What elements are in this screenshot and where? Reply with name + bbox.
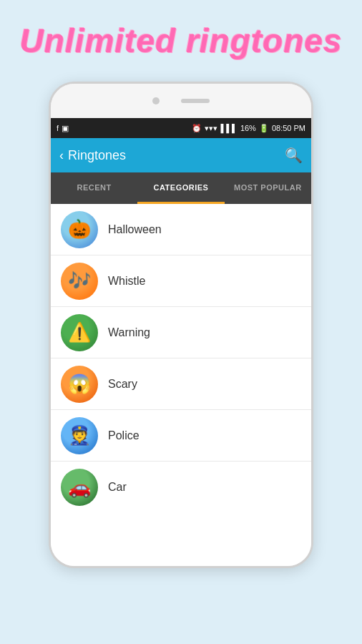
label-whistle: Whistle (108, 275, 145, 288)
power-button (312, 155, 313, 173)
phone-camera (152, 97, 160, 104)
phone-bezel-top (51, 84, 311, 118)
tabs-bar: RECENT CATEGORIES MOST POPULAR (51, 172, 311, 204)
phone-speaker (181, 99, 210, 103)
back-button[interactable]: ‹ (59, 148, 64, 163)
app-tagline: Unlimited ringtones (0, 21, 362, 60)
search-button[interactable]: 🔍 (285, 147, 303, 164)
avatar-car: 🚗 (61, 469, 98, 506)
avatar-scary: 😱 (61, 366, 98, 403)
phone-frame: f ▣ ⏰ ▾▾▾ ▌▌▌ 16% 🔋 08:50 PM ‹ Ringtones… (49, 82, 313, 568)
list-item-whistle[interactable]: 🎶Whistle (51, 255, 311, 307)
tab-categories[interactable]: CATEGORIES (137, 172, 224, 204)
app-bar: ‹ Ringtones 🔍 (51, 138, 311, 172)
status-left-icons: f ▣ (57, 124, 69, 133)
tab-recent[interactable]: RECENT (51, 172, 137, 204)
list-item-halloween[interactable]: 🎃Halloween (51, 204, 311, 255)
tab-most-popular[interactable]: MOST POPULAR (225, 172, 311, 204)
volume-button (49, 141, 50, 162)
label-scary: Scary (108, 378, 137, 391)
avatar-warning: ⚠️ (61, 314, 98, 351)
screen-title: Ringtones (68, 148, 126, 163)
list-item-warning[interactable]: ⚠️Warning (51, 307, 311, 358)
media-icon: ▣ (62, 124, 69, 133)
clock: 08:50 PM (272, 124, 305, 132)
label-halloween: Halloween (108, 223, 162, 236)
signal-icon: ▌▌▌ (220, 124, 237, 132)
alarm-icon: ⏰ (192, 124, 202, 133)
wifi-icon: ▾▾▾ (205, 124, 217, 133)
list-item-scary[interactable]: 😱Scary (51, 358, 311, 410)
battery-icon: 🔋 (259, 124, 269, 133)
avatar-whistle: 🎶 (61, 263, 98, 300)
avatar-police: 👮 (61, 417, 98, 454)
label-police: Police (108, 429, 140, 442)
label-car: Car (108, 481, 127, 494)
label-warning: Warning (108, 326, 150, 339)
avatar-halloween: 🎃 (61, 211, 98, 248)
status-right-info: ⏰ ▾▾▾ ▌▌▌ 16% 🔋 08:50 PM (192, 124, 305, 133)
facebook-icon: f (57, 124, 59, 132)
status-bar: f ▣ ⏰ ▾▾▾ ▌▌▌ 16% 🔋 08:50 PM (51, 118, 311, 138)
category-list: 🎃Halloween🎶Whistle⚠️Warning😱Scary👮Police… (51, 204, 311, 566)
battery-level: 16% (240, 124, 256, 132)
app-bar-left: ‹ Ringtones (59, 148, 126, 163)
list-item-car[interactable]: 🚗Car (51, 462, 311, 513)
list-item-police[interactable]: 👮Police (51, 410, 311, 462)
